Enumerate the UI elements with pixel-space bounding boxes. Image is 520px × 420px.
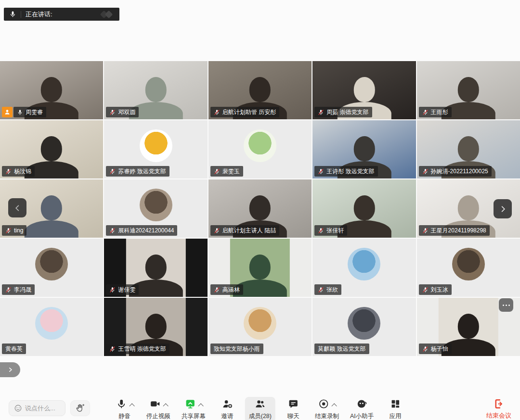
toolbar-button-label: 停止视频 <box>146 412 170 420</box>
mic-status-icon <box>5 287 12 293</box>
active-speaker-badge <box>2 107 13 117</box>
ai-assistant-icon <box>356 398 367 411</box>
chevron-up-icon[interactable] <box>332 403 337 408</box>
mic-status-icon <box>422 168 429 175</box>
share-screen-icon <box>185 398 196 411</box>
next-page-button[interactable] <box>494 199 512 218</box>
participant-name-label: 周茹 崇德党支部 <box>314 107 372 117</box>
participant-tile[interactable]: 周茹 崇德党支部 <box>312 61 416 119</box>
participant-name-label: 启航计划主讲人 陆喆 <box>210 225 279 236</box>
participant-tile[interactable]: 周雯睿 <box>0 61 103 119</box>
toolbar-button-chat[interactable]: 聊天 <box>279 397 308 420</box>
participant-name: 裴雯玉 <box>222 167 240 176</box>
participant-label-row: 李冯晟 <box>2 284 35 295</box>
toolbar-button-label: AI小助手 <box>350 412 374 420</box>
previous-page-button[interactable] <box>8 198 26 217</box>
chevron-up-icon[interactable] <box>198 403 203 408</box>
participant-label-row: 杨汶锦 <box>2 166 35 177</box>
toolbar-button-invite[interactable]: 邀请 <box>213 397 242 420</box>
participant-name: 苏睿婷 致远党支部 <box>118 167 166 176</box>
participant-tile[interactable]: 莫麒颖 致远党支部 <box>312 298 416 356</box>
end-meeting-button[interactable]: 结束会议 <box>486 398 511 420</box>
participant-label-row: 王星月202411998298 <box>419 225 490 236</box>
participant-label-row: 莫麒颖 致远党支部 <box>314 344 369 354</box>
participant-label-row: 孙婉清-202211200025 <box>419 166 492 177</box>
participant-name: 杨汶锦 <box>14 167 31 176</box>
toolbar-button-ai-assistant[interactable]: AI小助手 <box>346 397 377 420</box>
apps-icon <box>390 398 401 411</box>
participant-label-row: 邓双圆 <box>106 107 139 117</box>
participant-tile[interactable]: 王雨彤 <box>417 61 520 119</box>
mic-icon <box>116 398 127 411</box>
participant-name-label: 裴雯玉 <box>210 166 243 177</box>
participant-name: 邓双圆 <box>118 108 135 116</box>
participant-tile[interactable]: 王诗彤 致远党支部 <box>312 120 416 178</box>
participant-name: 周茹 崇德党支部 <box>326 108 368 116</box>
participant-name-label: 刘玉冰 <box>419 284 452 295</box>
participant-name-label: 王雪晴 崇德党支部 <box>106 344 169 354</box>
participant-avatar <box>35 307 68 340</box>
participant-avatar <box>452 248 485 280</box>
participant-name: 刘玉冰 <box>431 286 448 294</box>
participant-tile[interactable]: 高涵林 <box>208 239 312 297</box>
participant-name: 黄春英 <box>5 345 23 353</box>
chat-input-placeholder: 说点什么... <box>25 404 55 413</box>
toolbar-button-record[interactable]: 结束录制 <box>311 397 343 420</box>
participant-label-row: 苏睿婷 致远党支部 <box>106 166 169 177</box>
participant-name-label: 王星月202411998298 <box>419 225 490 236</box>
participant-name-label: 苏睿婷 致远党支部 <box>106 166 169 177</box>
chat-message-input[interactable]: 说点什么... <box>9 400 65 416</box>
participant-name: 周雯睿 <box>26 108 43 116</box>
participant-tile[interactable]: 展科迪202421200044 <box>104 179 207 238</box>
more-options-button[interactable] <box>499 298 513 312</box>
participant-tile[interactable]: 致知党支部杨小雨 <box>208 298 312 356</box>
expand-panel-button[interactable] <box>0 362 20 377</box>
mic-status-icon <box>214 287 220 293</box>
participant-name-label: 杨汶锦 <box>2 166 35 177</box>
participant-tile[interactable]: 邓双圆 <box>104 61 207 119</box>
participant-avatar <box>244 307 276 340</box>
participant-tile[interactable]: 张欣 <box>312 239 416 297</box>
participant-tile[interactable]: 杨汶锦 <box>0 120 103 178</box>
participant-tile[interactable]: 黄春英 <box>0 298 103 356</box>
participant-tile[interactable]: 谢佳雯 <box>104 239 207 297</box>
participant-label-row: ting <box>2 225 26 236</box>
chat-icon <box>287 398 299 411</box>
mic-status-icon <box>109 346 116 352</box>
toolbar-center-buttons: 静音 停止视频 共享屏幕 邀请 成员(28) 聊天 <box>110 397 410 420</box>
participant-name: 张欣 <box>326 286 338 294</box>
participant-name-label: 杨子怡 <box>419 344 452 354</box>
participant-name: 张佳轩 <box>326 227 344 235</box>
members-icon <box>255 398 266 411</box>
microphone-icon <box>9 11 16 18</box>
participant-tile[interactable]: 苏睿婷 致远党支部 <box>104 120 207 178</box>
toolbar-button-share-screen[interactable]: 共享屏幕 <box>178 397 209 420</box>
participant-label-row: 刘玉冰 <box>419 284 452 295</box>
toolbar-button-camera[interactable]: 停止视频 <box>143 397 174 420</box>
raise-hand-button[interactable] <box>70 400 90 416</box>
toolbar-button-apps[interactable]: 应用 <box>381 397 410 420</box>
mic-status-icon <box>318 228 324 234</box>
participant-name: 莫麒颖 致远党支部 <box>318 345 365 353</box>
chevron-up-icon[interactable] <box>163 403 168 408</box>
chevron-up-icon[interactable] <box>129 403 134 408</box>
mic-status-icon <box>109 168 116 175</box>
participant-label-row: 高涵林 <box>210 284 243 295</box>
participant-tile[interactable]: 孙婉清-202211200025 <box>417 120 520 178</box>
participant-tile[interactable]: 王雪晴 崇德党支部 <box>104 298 207 356</box>
toolbar-button-mic[interactable]: 静音 <box>110 397 139 420</box>
participant-tile[interactable]: 启航计划主讲人 陆喆 <box>208 179 312 238</box>
participant-tile[interactable]: 李冯晟 <box>0 239 103 297</box>
toolbar-button-members[interactable]: 成员(28) <box>245 397 275 420</box>
participant-tile[interactable]: 裴雯玉 <box>208 120 312 178</box>
participant-tile[interactable]: 启航计划助管 历安彤 <box>208 61 312 119</box>
participant-avatar <box>348 307 380 340</box>
mic-status-icon <box>214 168 220 175</box>
participant-name-label: 邓双圆 <box>106 107 139 117</box>
participant-tile[interactable]: 张佳轩 <box>312 179 416 238</box>
participant-avatar <box>35 248 68 280</box>
participant-name-label: 王诗彤 致远党支部 <box>314 166 377 177</box>
participant-name: 谢佳雯 <box>118 286 135 294</box>
mic-status-icon <box>422 287 429 293</box>
participant-tile[interactable]: 刘玉冰 <box>417 239 520 297</box>
